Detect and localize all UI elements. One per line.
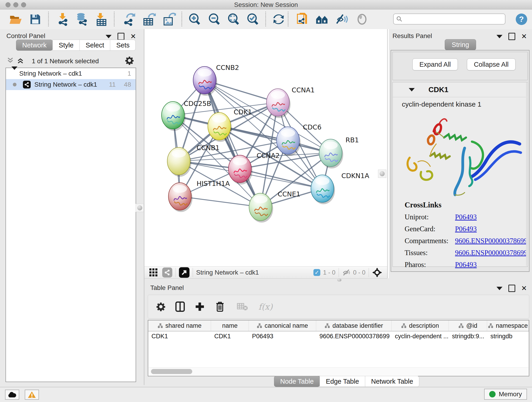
hidden-eye-icon[interactable] [342, 269, 351, 276]
toolbar-separator [181, 12, 182, 26]
export-table-button[interactable] [143, 13, 156, 26]
table-gear-icon[interactable] [156, 302, 165, 311]
detach-view-icon[interactable] [179, 267, 190, 278]
crosslink-value-link[interactable]: P06493 [455, 225, 477, 233]
table-cell[interactable]: 9606.ENSP00000378699 [316, 332, 392, 341]
column-header-shared-name[interactable]: shared name [148, 320, 211, 331]
share-view-icon[interactable] [162, 268, 172, 278]
crosslink-value-link[interactable]: P06493 [455, 261, 477, 269]
birdseye-icon[interactable] [372, 268, 382, 278]
titlebar: Session: New Session [0, 0, 532, 9]
network-node-CDC6[interactable]: CDC6 [277, 123, 322, 156]
split-columns-icon[interactable] [175, 301, 185, 312]
delete-table-icon[interactable] [237, 302, 248, 311]
network-node-CCNE1[interactable]: CCNE1 [249, 190, 300, 223]
open-session-button[interactable] [9, 13, 22, 26]
toolbar-separator [369, 268, 369, 277]
column-header-namespace[interactable]: namespace [487, 320, 529, 331]
panel-float-icon[interactable] [118, 33, 124, 40]
gene-section-header[interactable]: CDK1 [393, 82, 527, 97]
scrollbar-thumb[interactable] [151, 369, 192, 374]
refresh-button[interactable] [272, 13, 285, 26]
table-cell[interactable]: CDK1 [148, 332, 211, 341]
network-status-dot [13, 83, 17, 86]
column-header-description[interactable]: description [392, 320, 449, 331]
tree-expand-icon[interactable] [12, 66, 17, 77]
network-edges[interactable] [173, 80, 331, 207]
memory-button[interactable]: Memory [484, 389, 527, 400]
tab-network[interactable]: Network [16, 40, 53, 51]
horizontal-splitter-grip[interactable] [336, 279, 343, 281]
tab-network-table[interactable]: Network Table [365, 376, 419, 387]
cloud-icon [7, 391, 17, 398]
left-splitter-grip[interactable] [136, 204, 144, 212]
zoom-fit-button[interactable] [227, 13, 240, 26]
table-cell[interactable]: cyclin-dependent ... [392, 332, 449, 341]
export-image-button[interactable] [163, 13, 176, 26]
table-cell[interactable]: stringdb [487, 332, 529, 341]
column-header-canonical-name[interactable]: canonical name [249, 320, 316, 331]
tab-sets[interactable]: Sets [110, 40, 136, 51]
first-neighbors-button[interactable] [316, 13, 329, 26]
warnings-button[interactable] [25, 390, 39, 400]
crosslink-value-link[interactable]: P06493 [455, 213, 477, 221]
tab-string[interactable]: String [445, 39, 476, 50]
crosslink-label: Compartments: [405, 237, 455, 245]
level-of-detail-button[interactable] [355, 13, 368, 26]
clone-network-button[interactable] [296, 13, 309, 26]
table-cell[interactable]: CDK1 [211, 332, 249, 341]
crosslink-row: Pharos:P06493 [405, 261, 527, 269]
tab-edge-table[interactable]: Edge Table [320, 376, 365, 387]
function-builder-icon[interactable]: f(x) [259, 302, 273, 312]
import-network-button[interactable] [56, 13, 69, 26]
show-hide-graphics-button[interactable] [336, 13, 348, 26]
crosslink-value-link[interactable]: 9606.ENSP00000378699 [455, 249, 527, 257]
table-cell[interactable]: P06493 [249, 332, 316, 341]
selected-checkbox[interactable]: ✓ [313, 269, 320, 276]
add-column-icon[interactable] [195, 302, 205, 312]
help-button[interactable]: ? [515, 13, 528, 26]
zoom-selected-button[interactable] [247, 13, 259, 26]
network-node-HIST1H1A[interactable]: HIST1H1A [168, 180, 230, 212]
network-row-selected[interactable]: String Network – cdk1 11 48 [6, 79, 136, 90]
zoom-in-button[interactable] [188, 13, 201, 26]
right-splitter-grip[interactable] [378, 170, 386, 178]
network-list: String Network – cdk1 1 String Network –… [6, 68, 136, 382]
panel-close-icon[interactable]: ✕ [130, 33, 136, 40]
panel-menu-icon[interactable] [496, 35, 502, 38]
cloud-button[interactable] [5, 390, 19, 400]
column-header-name[interactable]: name [211, 320, 249, 331]
panel-float-icon[interactable] [508, 285, 515, 292]
network-node-RB1[interactable]: RB1 [319, 136, 359, 168]
tab-select[interactable]: Select [80, 40, 110, 51]
save-session-button[interactable] [29, 13, 42, 26]
network-view[interactable]: CCNB2CCNA1CDC25BCDK1CDC6RB1CCNB1CCNA2HIS… [144, 29, 387, 266]
column-header-@id[interactable]: @id [449, 320, 487, 331]
table-cell[interactable]: stringdb:9... [449, 332, 487, 341]
table-row[interactable]: CDK1CDK1P064939606.ENSP00000378699cyclin… [148, 332, 529, 341]
network-node-CCNA1[interactable]: CCNA1 [266, 86, 315, 118]
tab-node-table[interactable]: Node Table [274, 376, 320, 387]
section-collapse-icon[interactable] [409, 88, 415, 91]
delete-column-icon[interactable] [215, 301, 225, 312]
search-input[interactable] [402, 15, 502, 23]
panel-menu-icon[interactable] [496, 287, 502, 290]
tab-style[interactable]: Style [52, 40, 80, 51]
column-header-database-identifier[interactable]: database identifier [316, 320, 392, 331]
zoom-out-button[interactable] [208, 13, 221, 26]
import-network-from-database-button[interactable] [76, 13, 89, 26]
expand-all-button[interactable]: Expand All [412, 58, 458, 70]
results-scrollbar[interactable] [526, 83, 528, 266]
network-collection-row[interactable]: String Network – cdk1 1 [6, 68, 136, 79]
panel-close-icon[interactable]: ✕ [521, 33, 527, 40]
panel-menu-icon[interactable] [106, 35, 112, 38]
export-network-button[interactable] [123, 13, 136, 26]
panel-close-icon[interactable]: ✕ [521, 285, 527, 292]
node-column-icon [458, 323, 464, 328]
network-node-CDKN1A[interactable]: CDKN1A [311, 172, 369, 204]
collapse-all-button[interactable]: Collapse All [467, 58, 515, 70]
grid-view-icon[interactable] [149, 268, 158, 277]
gear-icon[interactable] [125, 56, 134, 65]
crosslink-value-link[interactable]: 9606.ENSP00000378699 [455, 237, 527, 245]
import-table-button[interactable] [95, 13, 108, 26]
